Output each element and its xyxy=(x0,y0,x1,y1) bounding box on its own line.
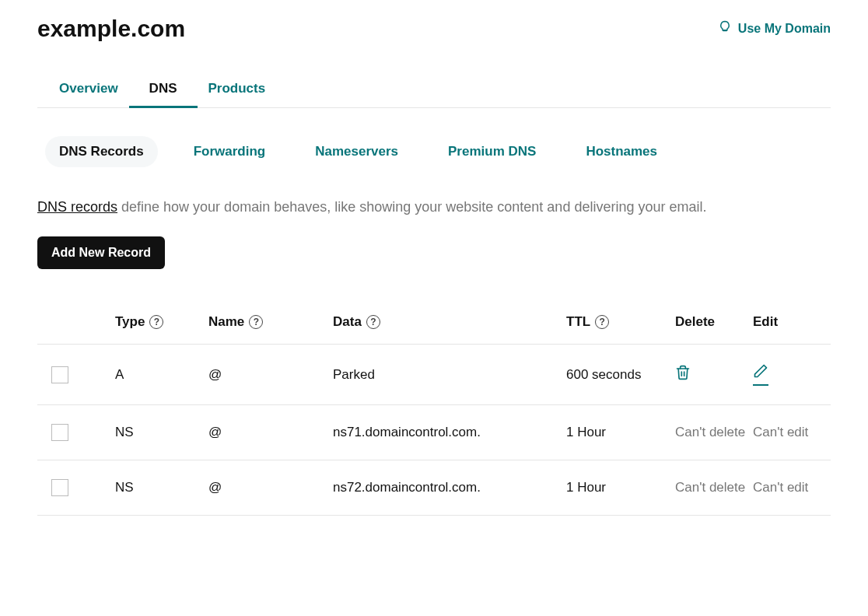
subtab-forwarding[interactable]: Forwarding xyxy=(180,136,280,167)
delete-button[interactable] xyxy=(675,365,691,384)
cell-ttl: 1 Hour xyxy=(566,480,675,495)
cell-edit xyxy=(753,363,823,386)
cell-delete xyxy=(675,365,753,384)
cell-edit-disabled: Can't edit xyxy=(753,480,823,495)
table-row: NS @ ns71.domaincontrol.com. 1 Hour Can'… xyxy=(37,405,831,460)
col-delete: Delete xyxy=(675,314,753,330)
cell-type: NS xyxy=(115,480,208,495)
primary-tabs: Overview DNS Products xyxy=(37,73,831,108)
cell-ttl: 1 Hour xyxy=(566,425,675,440)
cell-data: Parked xyxy=(333,367,566,383)
cell-name: @ xyxy=(208,367,333,383)
subtab-dns-records[interactable]: DNS Records xyxy=(45,136,158,167)
page-header: example.com Use My Domain xyxy=(37,16,831,42)
add-new-record-button[interactable]: Add New Record xyxy=(37,236,165,269)
tab-overview[interactable]: Overview xyxy=(59,73,118,107)
dns-records-table: Type ? Name ? Data ? TTL ? Delete Edit A… xyxy=(37,300,831,516)
table-row: NS @ ns72.domaincontrol.com. 1 Hour Can'… xyxy=(37,460,831,516)
cell-name: @ xyxy=(208,425,333,440)
col-name-label: Name xyxy=(208,314,244,330)
cell-type: A xyxy=(115,367,208,383)
cell-checkbox xyxy=(37,479,115,496)
dns-records-link[interactable]: DNS records xyxy=(37,199,117,215)
help-icon[interactable]: ? xyxy=(149,315,163,329)
col-data: Data ? xyxy=(333,314,566,330)
col-edit-label: Edit xyxy=(753,314,778,330)
cell-delete-disabled: Can't delete xyxy=(675,480,753,495)
cell-ttl: 600 seconds xyxy=(566,367,675,383)
col-ttl: TTL ? xyxy=(566,314,675,330)
row-checkbox[interactable] xyxy=(51,479,68,496)
pencil-icon xyxy=(753,363,768,383)
cell-data: ns72.domaincontrol.com. xyxy=(333,480,566,495)
row-checkbox[interactable] xyxy=(51,424,68,441)
col-ttl-label: TTL xyxy=(566,314,590,330)
cell-checkbox xyxy=(37,424,115,441)
use-my-domain-label: Use My Domain xyxy=(738,22,831,36)
secondary-tabs: DNS Records Forwarding Nameservers Premi… xyxy=(37,136,831,167)
description-rest: define how your domain behaves, like sho… xyxy=(117,199,706,215)
cell-type: NS xyxy=(115,425,208,440)
subtab-nameservers[interactable]: Nameservers xyxy=(301,136,412,167)
help-icon[interactable]: ? xyxy=(366,315,380,329)
col-edit: Edit xyxy=(753,314,823,330)
cell-data: ns71.domaincontrol.com. xyxy=(333,425,566,440)
cell-name: @ xyxy=(208,480,333,495)
table-header-row: Type ? Name ? Data ? TTL ? Delete Edit xyxy=(37,300,831,345)
col-delete-label: Delete xyxy=(675,314,715,330)
subtab-premium-dns[interactable]: Premium DNS xyxy=(434,136,550,167)
tab-products[interactable]: Products xyxy=(208,73,266,107)
col-type: Type ? xyxy=(115,314,208,330)
row-checkbox[interactable] xyxy=(51,366,68,383)
trash-icon xyxy=(675,365,691,384)
use-my-domain-link[interactable]: Use My Domain xyxy=(718,20,831,37)
cell-edit-disabled: Can't edit xyxy=(753,425,823,440)
lightbulb-icon xyxy=(718,20,732,37)
table-row: A @ Parked 600 seconds xyxy=(37,345,831,405)
help-icon[interactable]: ? xyxy=(595,315,609,329)
cell-checkbox xyxy=(37,366,115,383)
subtab-hostnames[interactable]: Hostnames xyxy=(572,136,671,167)
col-data-label: Data xyxy=(333,314,362,330)
description-text: DNS records define how your domain behav… xyxy=(37,197,831,218)
help-icon[interactable]: ? xyxy=(249,315,263,329)
cell-delete-disabled: Can't delete xyxy=(675,425,753,440)
domain-title: example.com xyxy=(37,16,185,42)
col-name: Name ? xyxy=(208,314,333,330)
tab-dns[interactable]: DNS xyxy=(149,73,177,107)
edit-button[interactable] xyxy=(753,363,768,386)
col-type-label: Type xyxy=(115,314,145,330)
